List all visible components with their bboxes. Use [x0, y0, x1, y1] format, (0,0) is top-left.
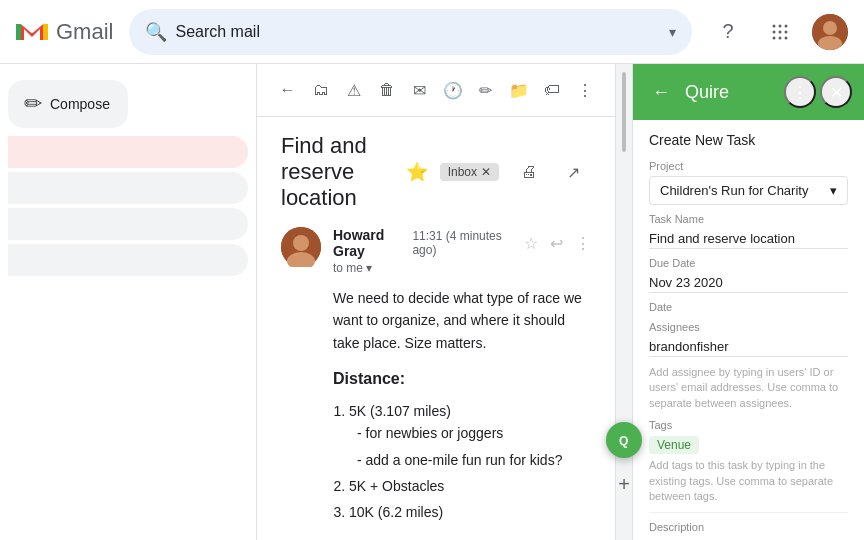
- divider: [649, 512, 848, 513]
- task-name-value[interactable]: Find and reserve location: [649, 229, 848, 249]
- project-field: Project Children's Run for Charity ▾: [649, 160, 848, 205]
- delete-button[interactable]: 🗑: [372, 72, 401, 108]
- more-options-button[interactable]: ⋮: [570, 72, 599, 108]
- sender-line: Howard Gray 11:31 (4 minutes ago) ☆ ↩ ⋮: [333, 227, 591, 259]
- print-button[interactable]: 🖨: [511, 154, 547, 190]
- reply-icon[interactable]: ↩: [550, 234, 563, 253]
- mark-unread-button[interactable]: ✉: [405, 72, 434, 108]
- header-icons: ?: [708, 12, 848, 52]
- sender-avatar-img: [281, 227, 321, 267]
- sidebar-snoozed[interactable]: [8, 208, 248, 240]
- report-spam-button[interactable]: ⚠: [339, 72, 368, 108]
- due-date-value[interactable]: Nov 23 2020: [649, 273, 848, 293]
- date-field: Date: [649, 301, 848, 313]
- create-task-label: Create New Task: [649, 132, 848, 148]
- svg-point-7: [779, 30, 782, 33]
- date-label: Date: [649, 301, 848, 313]
- quire-body: Create New Task Project Children's Run f…: [633, 120, 864, 540]
- gmail-text: Gmail: [56, 19, 113, 45]
- svg-point-5: [785, 24, 788, 27]
- sidebar-compose[interactable]: ✏ Compose: [8, 80, 128, 128]
- tags-value[interactable]: Venue: [649, 436, 699, 454]
- more-options-email-icon[interactable]: ⋮: [575, 234, 591, 253]
- add-button[interactable]: +: [610, 470, 638, 498]
- star-icon[interactable]: ☆: [524, 234, 538, 253]
- snooze-button[interactable]: 🕐: [438, 72, 467, 108]
- description-field: Description We need to decide what type …: [649, 521, 848, 540]
- gmail-header: Gmail 🔍 ▾ ?: [0, 0, 864, 64]
- distance-heading: Distance:: [333, 366, 591, 392]
- quire-close-button[interactable]: ✕: [820, 76, 852, 108]
- quire-header-icons: ⋮ ✕: [784, 76, 852, 108]
- email-action-icons: 🖨 ↗: [511, 154, 591, 190]
- svg-point-11: [785, 36, 788, 39]
- to-me-dropdown[interactable]: ▾: [366, 261, 372, 275]
- project-label: Project: [649, 160, 848, 172]
- list-item-1: 5K (3.107 miles) - for newbies or jogger…: [349, 400, 591, 471]
- search-dropdown-icon[interactable]: ▾: [669, 24, 676, 40]
- svg-point-16: [293, 235, 309, 251]
- sidebar-starred[interactable]: [8, 172, 248, 204]
- svg-point-9: [773, 36, 776, 39]
- project-value: Children's Run for Charity: [660, 183, 808, 198]
- remove-inbox-badge[interactable]: ✕: [481, 165, 491, 179]
- svg-point-10: [779, 36, 782, 39]
- task-name-label: Task Name: [649, 213, 848, 225]
- avatar-image: [812, 14, 848, 50]
- email-content: Howard Gray 11:31 (4 minutes ago) ☆ ↩ ⋮ …: [333, 227, 591, 528]
- star-emoji: ⭐: [406, 161, 428, 183]
- search-bar[interactable]: 🔍 ▾: [129, 9, 692, 55]
- email-body: We need to decide what type of race we w…: [333, 287, 591, 524]
- sender-avatar: [281, 227, 321, 267]
- due-date-field: Due Date Nov 23 2020: [649, 257, 848, 293]
- apps-button[interactable]: [760, 12, 800, 52]
- svg-point-8: [785, 30, 788, 33]
- help-button[interactable]: ?: [708, 12, 748, 52]
- project-select[interactable]: Children's Run for Charity ▾: [649, 176, 848, 205]
- tags-label: Tags: [649, 419, 848, 431]
- apps-grid-icon: [770, 22, 790, 42]
- search-input[interactable]: [175, 23, 661, 41]
- list-item-2: 5K + Obstacles: [349, 475, 591, 497]
- scroll-area: Q +: [616, 64, 632, 540]
- sidebar-sent[interactable]: [8, 244, 248, 276]
- svg-point-6: [773, 30, 776, 33]
- distance-list: 5K (3.107 miles) - for newbies or jogger…: [349, 400, 591, 524]
- email-thread: Find and reserve location ⭐ Inbox ✕ 🖨 ↗: [257, 117, 615, 540]
- search-icon: 🔍: [145, 21, 167, 43]
- email-toolbar: ← 🗂 ⚠ 🗑 ✉ 🕐 ✏ 📁 🏷 ⋮: [257, 64, 615, 117]
- assignees-label: Assignees: [649, 321, 848, 333]
- quire-fab[interactable]: Q: [606, 422, 642, 458]
- email-area: ← 🗂 ⚠ 🗑 ✉ 🕐 ✏ 📁 🏷 ⋮ Find and reserve loc…: [256, 64, 616, 540]
- project-dropdown-icon: ▾: [830, 183, 837, 198]
- task-name-field: Task Name Find and reserve location: [649, 213, 848, 249]
- quire-more-button[interactable]: ⋮: [784, 76, 816, 108]
- scroll-thumb[interactable]: [622, 72, 626, 152]
- back-button[interactable]: ←: [273, 72, 302, 108]
- svg-text:Q: Q: [619, 434, 628, 448]
- svg-point-3: [773, 24, 776, 27]
- label-button[interactable]: 🏷: [537, 72, 566, 108]
- inbox-badge: Inbox ✕: [440, 163, 499, 181]
- due-date-label: Due Date: [649, 257, 848, 269]
- compose-label: Compose: [50, 96, 110, 112]
- gmail-sidebar: ✏ Compose: [0, 64, 256, 540]
- assignees-value[interactable]: brandonfisher: [649, 337, 848, 357]
- svg-point-13: [823, 21, 837, 35]
- move-button[interactable]: 📁: [504, 72, 533, 108]
- open-new-window-button[interactable]: ↗: [555, 154, 591, 190]
- quire-panel: ← Quire ⋮ ✕ Create New Task Project Chil…: [632, 64, 864, 540]
- tags-field: Tags Venue Add tags to this task by typi…: [649, 419, 848, 504]
- user-avatar[interactable]: [812, 14, 848, 50]
- assignees-hint: Add assignee by typing in users' ID or u…: [649, 365, 848, 411]
- sidebar-inbox[interactable]: [8, 136, 248, 168]
- email-subject: Find and reserve location: [281, 133, 394, 211]
- archive-button[interactable]: 🗂: [306, 72, 335, 108]
- quire-logo-small: Q: [614, 430, 634, 450]
- quire-header: ← Quire ⋮ ✕: [633, 64, 864, 120]
- quire-back-button[interactable]: ←: [645, 76, 677, 108]
- email-message: Howard Gray 11:31 (4 minutes ago) ☆ ↩ ⋮ …: [281, 227, 591, 528]
- sender-name: Howard Gray: [333, 227, 404, 259]
- svg-point-4: [779, 24, 782, 27]
- edit-button[interactable]: ✏: [471, 72, 500, 108]
